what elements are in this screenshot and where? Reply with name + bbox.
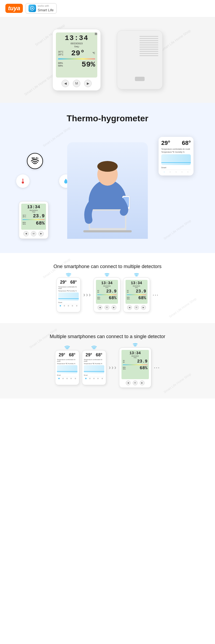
app-sub-label: Temperature ℃ Humidity % xyxy=(161,151,191,153)
arrow-chevron-1: › xyxy=(83,291,85,298)
smart-life-text-block: works with Smart Life xyxy=(38,5,53,12)
smart-life-badge: works with Smart Life xyxy=(26,3,56,14)
single-det-mid-btn[interactable]: M xyxy=(133,380,138,385)
single-det-main-temp: 23.9 xyxy=(137,359,147,364)
phone3-tab-1[interactable] xyxy=(85,378,87,379)
det-day-2: THU xyxy=(127,287,146,288)
mini-right-btn[interactable]: ▶ xyxy=(38,231,44,236)
smart-life-icon xyxy=(28,5,36,12)
phone3-tab-4[interactable] xyxy=(97,378,99,379)
arrow-chevron-6: › xyxy=(114,364,116,371)
phone-smart-label-3: Smart xyxy=(84,374,104,376)
thermometer-bubble xyxy=(16,174,30,188)
single-det-temp-row: 30°28° 23.9 xyxy=(123,359,148,364)
screen-date: 05/23/2023 xyxy=(58,42,95,45)
svg-point-1 xyxy=(34,164,35,164)
mini-time: 13:34 xyxy=(23,205,45,210)
det-humid-small-2: 68%58% xyxy=(127,297,130,300)
wifi-icon-single xyxy=(133,343,138,346)
screen-day: THU xyxy=(58,45,95,48)
phone-smart-label: Smart xyxy=(58,302,79,303)
wifi-icon-phone xyxy=(66,273,71,277)
right-button[interactable]: ▶ xyxy=(84,80,92,87)
det-temp-row-2: 30°28° 23.9 xyxy=(127,289,146,294)
svg-rect-10 xyxy=(83,230,132,232)
single-det-right-btn[interactable]: ▶ xyxy=(140,380,145,385)
left-button[interactable]: ◀ xyxy=(62,80,69,87)
det-temp-small-1: 30°28° xyxy=(97,290,99,293)
tuya-logo: tuya xyxy=(5,4,23,13)
single-detector: 13:34 05/23/2023 THU 30°28° 23.9 68%58% … xyxy=(119,347,151,388)
detector-wifi-icon-2 xyxy=(134,273,139,277)
banner-title: Thermo-hygrometer xyxy=(5,114,210,123)
mini-left-btn[interactable]: ◀ xyxy=(23,231,29,236)
det-buttons-2: ◀ M ▶ xyxy=(127,305,146,310)
device-back xyxy=(117,30,163,89)
phone2-tab-3[interactable] xyxy=(66,378,68,379)
app-tabs: ○ ○ ○ ○ ○ xyxy=(161,170,191,173)
det-humid-row-2: 68%58% 68% xyxy=(127,296,146,301)
phone2-tab-1[interactable] xyxy=(58,378,60,379)
wifi-icon-det2 xyxy=(134,273,139,276)
det-left-btn-2[interactable]: ◀ xyxy=(127,305,132,310)
middle-button[interactable]: M xyxy=(73,80,80,87)
app-temp-value: 29° xyxy=(161,140,170,147)
screen-temp-small: 30°C 28°C xyxy=(58,50,63,56)
screen-temp-row: 30°C 28°C 29° ℃ xyxy=(58,49,95,57)
det-colorbar-2 xyxy=(127,294,146,295)
det-mid-btn-2[interactable]: M xyxy=(134,305,139,310)
multi-phone-diagram: 29° 68° Temperature comfortable Air modi… xyxy=(8,347,207,388)
phone2-tab-5[interactable] xyxy=(75,378,76,379)
phone-card-3: 29° 68° Temperature comfortable Air modi… xyxy=(82,350,106,385)
phone-tab-2[interactable] xyxy=(64,305,65,306)
device-buttons: ◀ M ▶ xyxy=(62,80,92,87)
person-placeholder xyxy=(67,142,148,239)
app-tab-4[interactable]: ○ xyxy=(181,171,182,173)
mini-screen: 13:34 05/23/2023 THU 30°C 28°C 23.9 68% … xyxy=(21,204,46,230)
app-tab-1[interactable]: ○ xyxy=(164,171,165,173)
phone-temp-row: 29° 68° xyxy=(58,280,79,285)
phone-tabs-2 xyxy=(57,377,77,379)
phone2-tab-4[interactable] xyxy=(70,378,72,379)
multi-phone-title: Multiple smartphones can connect to a si… xyxy=(8,334,207,339)
det-time-1: 13:34 xyxy=(97,281,117,285)
more-detectors-indicator: ··· xyxy=(153,292,159,298)
phone-tab-4[interactable] xyxy=(72,305,73,306)
mini-temp-small: 30°C 28°C xyxy=(23,214,26,218)
more-phones-indicator: ··· xyxy=(154,364,160,371)
phone3-tab-5[interactable] xyxy=(102,378,103,379)
mini-mid-btn[interactable]: M xyxy=(31,231,36,236)
det-right-btn-1[interactable]: ▶ xyxy=(112,305,116,310)
phone2-tab-2[interactable] xyxy=(62,378,64,379)
app-tab-2[interactable]: ○ xyxy=(170,171,171,173)
wifi-bubble: Wi-Fi xyxy=(27,153,43,169)
mini-colorbar xyxy=(23,219,45,220)
phone-humid-val-2: 68° xyxy=(69,353,76,357)
phone-tab-1[interactable] xyxy=(60,305,61,306)
svg-point-17 xyxy=(94,349,94,349)
det-day-1: THU xyxy=(97,287,117,288)
banner-section: Smart Life Home Shop Smart Life Home Sho… xyxy=(0,103,215,253)
phone-tab-5[interactable] xyxy=(76,305,77,306)
wifi-label: Wi-Fi xyxy=(31,157,39,165)
phone-sub-label: Temperature ℃ Humidity % xyxy=(58,290,79,292)
phone-graph-line-3 xyxy=(84,371,104,372)
det-mid-btn-1[interactable]: M xyxy=(105,305,109,310)
phone3-tab-3[interactable] xyxy=(93,378,95,379)
det-temp-row-1: 30°28° 23.9 xyxy=(97,289,117,294)
app-tab-3[interactable]: ○ xyxy=(175,171,177,173)
svg-rect-9 xyxy=(90,211,125,228)
grill-line xyxy=(139,47,158,47)
single-det-left-btn[interactable]: ◀ xyxy=(126,380,131,385)
phone-card-2: 29° 68° Temperature comfortable Air modi… xyxy=(55,350,79,385)
det-right-btn-2[interactable]: ▶ xyxy=(141,305,146,310)
person-illustration xyxy=(73,148,142,233)
product-section: Smart Life Home Shop Smart Life Home Sho… xyxy=(0,17,215,103)
phone3-tab-2[interactable] xyxy=(89,378,91,379)
det-left-btn-1[interactable]: ◀ xyxy=(98,305,102,310)
connection-diagram: 29° 68° Temperature comfortable Air modi… xyxy=(8,277,207,312)
app-tab-5[interactable]: ○ xyxy=(187,171,188,173)
watermark-3: Smart Life Home Shop xyxy=(24,73,55,96)
phone-tab-3[interactable] xyxy=(68,305,69,306)
detector-card-2: 13:34 05/23/2023 THU 30°28° 23.9 68%58% … xyxy=(123,277,150,312)
